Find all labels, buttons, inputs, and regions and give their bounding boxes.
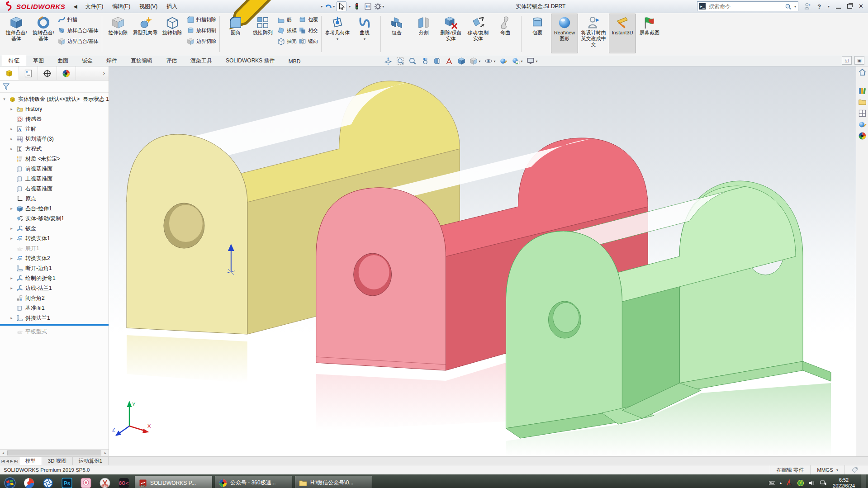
tree-item-boss-extrude1[interactable]: ▸凸台-拉伸1	[0, 204, 109, 213]
sweep-button[interactable]: 扫描	[58, 16, 99, 24]
realview-graphics-button[interactable]: RealView图形	[551, 14, 578, 53]
tree-item-material[interactable]: 材质 <未指定>	[0, 154, 109, 164]
propertymanager-tab[interactable]	[19, 66, 38, 80]
displaymanager-tab[interactable]	[57, 66, 76, 80]
close-button[interactable]: ✕	[859, 4, 863, 9]
settings-gear-icon[interactable]: ▾	[374, 2, 384, 11]
scroll-thumb[interactable]	[7, 450, 101, 455]
wrap2-button[interactable]: 包覆	[524, 14, 551, 53]
mirror-button[interactable]: 镜向	[299, 38, 318, 45]
move-copy-body-button[interactable]: 移动/复制实体	[465, 14, 492, 53]
help-caret[interactable]: ▾	[828, 5, 830, 9]
zoom-to-fit-icon[interactable]	[384, 57, 392, 65]
taskbar-window-solidworks[interactable]: SOLIDWORKS P...	[135, 476, 212, 488]
start-button[interactable]	[1, 475, 19, 488]
split-button[interactable]: 分割	[410, 14, 437, 53]
select-caret[interactable]: ▾	[349, 5, 351, 9]
tree-item-origin[interactable]: 原点	[0, 194, 109, 204]
tree-item-sheet-metal[interactable]: ▸钣金	[0, 223, 109, 233]
edit-appearance-icon[interactable]	[499, 57, 508, 65]
network-icon[interactable]	[820, 479, 827, 487]
tree-item-sketched-bend1[interactable]: ▸绘制的折弯1	[0, 273, 109, 283]
featuremanager-tab[interactable]	[0, 66, 19, 80]
custom-properties-icon[interactable]	[858, 132, 867, 140]
tab-mbd[interactable]: MBD	[282, 56, 308, 66]
user-account-icon[interactable]	[804, 3, 811, 10]
panel-tabs-chevron-icon[interactable]: ›	[100, 66, 109, 80]
menu-insert[interactable]: 插入	[162, 1, 182, 12]
search-caret[interactable]: ▾	[794, 5, 796, 9]
tree-item-break-corner1[interactable]: 断开-边角1	[0, 263, 109, 273]
tree-item-equations[interactable]: ▸方程式	[0, 144, 109, 154]
tab-sketch[interactable]: 草图	[26, 55, 51, 66]
scroll-left-icon[interactable]: ◂	[0, 451, 6, 455]
tree-item-top-plane[interactable]: 上视基准面	[0, 174, 109, 184]
task-pane-home-icon[interactable]	[858, 68, 867, 76]
select-cursor-icon[interactable]	[337, 1, 346, 11]
units-selector[interactable]: MMGS▾	[810, 465, 844, 474]
previous-view-icon[interactable]	[421, 57, 429, 65]
combine-button[interactable]: 组合	[383, 14, 410, 53]
rollback-bar[interactable]	[0, 324, 109, 326]
appearances-icon[interactable]	[858, 120, 867, 129]
menu-edit[interactable]: 编辑(E)	[108, 1, 135, 12]
tree-item-unfold1[interactable]: 展开1	[0, 243, 109, 253]
minimize-button[interactable]	[836, 8, 841, 9]
tree-item-convert-solid1[interactable]: ▸转换实体1	[0, 233, 109, 243]
tree-item-annotations[interactable]: ▸注解	[0, 124, 109, 134]
linear-pattern-button[interactable]: 线性阵列	[249, 14, 276, 53]
swept-cut-button[interactable]: 扫描切除	[187, 16, 216, 24]
view-settings-icon[interactable]: ▾	[526, 57, 537, 65]
tab-sw-addins[interactable]: SOLIDWORKS 插件	[219, 55, 282, 66]
tree-item-convert-solid2[interactable]: ▸转换实体2	[0, 253, 109, 263]
screenshot-tool-icon[interactable]	[96, 475, 114, 488]
pane-full-icon[interactable]: ▣	[854, 56, 864, 65]
delete-keep-body-button[interactable]: 删除/保留实体	[437, 14, 465, 53]
apply-scene-icon[interactable]: ▾	[512, 57, 522, 65]
help-icon[interactable]: ?	[817, 3, 821, 10]
display-style-icon[interactable]: ▾	[470, 57, 480, 65]
command-search[interactable]: ▸_ ▾	[697, 1, 798, 11]
input-method-icon[interactable]	[786, 479, 793, 487]
taskbar-clock[interactable]: 6:52 2022/6/24	[833, 477, 855, 488]
scroll-right-icon[interactable]: ▸	[102, 451, 109, 455]
taskbar-window-browser[interactable]: 公众号 - 360极速...	[215, 476, 292, 488]
360-safety-icon[interactable]	[20, 475, 38, 488]
tree-item-sensors[interactable]: 传感器	[0, 114, 109, 124]
search-scope-icon[interactable]: ▸_	[699, 3, 706, 9]
tree-item-cutlist[interactable]: ▸切割清单(3)	[0, 134, 109, 144]
loft-button[interactable]: 放样凸台/基体	[58, 27, 99, 34]
tree-item-front-plane[interactable]: 前视基准面	[0, 164, 109, 174]
tree-item-plane1[interactable]: 基准面1	[0, 303, 109, 313]
pane-split-icon[interactable]: ◱	[842, 56, 852, 65]
tree-root[interactable]: ▾实体转钣金 (默认<<默认>_显示状态 1	[0, 94, 109, 104]
reference-geometry-button[interactable]: 参考几何体▾	[324, 14, 351, 53]
restore-button[interactable]	[847, 4, 852, 9]
revolved-cut-button[interactable]: 旋转切除	[159, 14, 186, 53]
draft-button[interactable]: 拔模	[277, 27, 297, 34]
tab-direct-editing[interactable]: 直接编辑	[124, 55, 159, 66]
3d-views-tab[interactable]: 3D 视图	[42, 457, 73, 465]
volume-icon[interactable]	[808, 479, 816, 487]
zoom-icon[interactable]	[408, 57, 417, 65]
motion-study-tab[interactable]: 运动算例1	[73, 457, 109, 465]
tab-features[interactable]: 特征	[2, 55, 26, 66]
tree-item-history[interactable]: ▸History	[0, 104, 109, 114]
view-orientation-icon[interactable]	[457, 57, 465, 65]
menu-file[interactable]: 文件(F)	[81, 1, 108, 12]
menu-pin-icon[interactable]: ◀	[71, 4, 80, 9]
photo-viewer-icon[interactable]	[77, 475, 95, 488]
tree-item-closed-corner2[interactable]: 闭合角2	[0, 293, 109, 303]
graphics-area[interactable]: Y X Z	[109, 66, 856, 456]
instant3d-button[interactable]: Instant3D	[609, 14, 636, 53]
fillet-button[interactable]: 圆角	[222, 14, 249, 53]
tray-expand-icon[interactable]: ▴	[780, 481, 782, 485]
filter-funnel-icon[interactable]	[2, 83, 10, 90]
design-library-icon[interactable]	[858, 86, 867, 95]
options-list-icon[interactable]	[363, 2, 372, 11]
tree-item-edge-flange1[interactable]: ▸边线-法兰1	[0, 283, 109, 293]
configurationmanager-tab[interactable]	[38, 66, 57, 80]
search-icon[interactable]	[785, 3, 792, 10]
revolve-boss-button[interactable]: 旋转凸台/基体	[30, 14, 57, 53]
hole-wizard-button[interactable]: 异型孔向导	[132, 14, 159, 53]
